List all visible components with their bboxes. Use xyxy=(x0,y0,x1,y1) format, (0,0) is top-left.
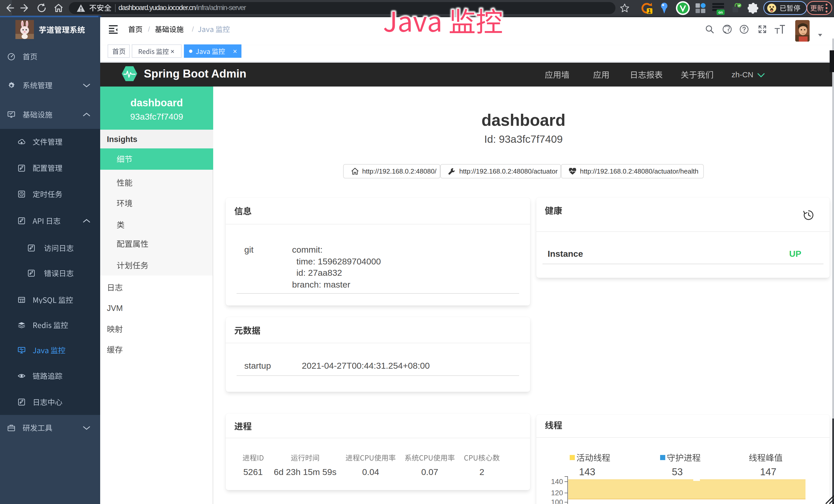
svg-text:on: on xyxy=(719,10,723,15)
